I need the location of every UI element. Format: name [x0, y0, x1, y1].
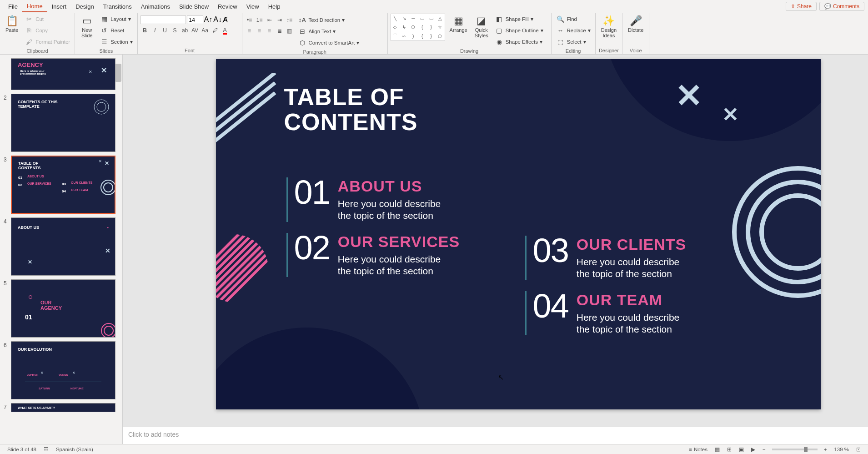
zoom-slider[interactable] — [772, 449, 818, 450]
slide-canvas-wrap[interactable]: ✕ ✕ TABLE OF CONTENTS 01 ABOUT US Here — [123, 55, 868, 427]
design-ideas-button[interactable]: ✨Design Ideas — [598, 14, 619, 39]
dictate-button[interactable]: 🎤Dictate — [625, 14, 646, 34]
slide-thumbnail-7[interactable]: WHAT SETS US APART? — [11, 403, 115, 412]
zoom-in-button[interactable]: + — [820, 447, 831, 452]
menu-home[interactable]: Home — [22, 1, 47, 12]
shapes-gallery[interactable]: ╲↘─▭▭△ ◇↳⬡{}☆ ⌒⤺){}⬠ — [391, 14, 445, 41]
shape-outline-button[interactable]: ▢Shape Outline ▾ — [493, 25, 545, 36]
underline-button[interactable]: U — [161, 26, 170, 35]
toc-item-4[interactable]: 04 OUR TEAM Here you could describe the … — [525, 291, 687, 336]
format-painter-button[interactable]: 🖌Format Painter — [23, 36, 72, 47]
align-right-button[interactable]: ≡ — [265, 26, 274, 35]
menu-slideshow[interactable]: Slide Show — [175, 1, 213, 12]
arrange-button[interactable]: ▦Arrange — [447, 14, 470, 34]
reset-button[interactable]: ↺Reset — [98, 25, 134, 36]
share-button[interactable]: ⇪Share — [786, 2, 817, 11]
menu-transitions[interactable]: Transitions — [99, 1, 136, 12]
text-direction-button[interactable]: ↕AText Direction ▾ — [296, 15, 361, 25]
align-center-button[interactable]: ≡ — [255, 26, 264, 35]
font-size-input[interactable] — [187, 15, 203, 24]
menu-view[interactable]: View — [242, 1, 264, 12]
slide-thumbnail-6[interactable]: OUR EVOLUTION JUPITER VENUS SATURN NEPTU… — [11, 341, 115, 399]
spacing-button[interactable]: AV — [191, 26, 200, 35]
toc-item-3[interactable]: 03 OUR CLIENTS Here you could describe t… — [525, 236, 687, 280]
slide-title[interactable]: TABLE OF CONTENTS — [284, 85, 418, 134]
zoom-slider-handle[interactable] — [804, 447, 808, 452]
menu-animations[interactable]: Animations — [136, 1, 175, 12]
clear-format-icon[interactable]: A̸ — [223, 15, 228, 24]
sorter-view-button[interactable]: ⊞ — [723, 446, 735, 453]
comments-button[interactable]: 💬Comments — [819, 2, 864, 11]
strike-button[interactable]: S — [171, 26, 180, 35]
status-bar: Slide 3 of 48 ☶ Spanish (Spain) ≡Notes ▦… — [0, 444, 868, 454]
select-button[interactable]: ⬚Select ▾ — [554, 36, 592, 47]
slide-thumbnail-2[interactable]: CONTENTS OF THIS TEMPLATE — [11, 94, 115, 152]
normal-view-button[interactable]: ▦ — [711, 446, 723, 453]
new-slide-button[interactable]: ▭ New Slide — [78, 14, 96, 39]
shape-effects-button[interactable]: ◉Shape Effects ▾ — [493, 36, 545, 47]
find-button[interactable]: 🔍Find — [554, 14, 592, 25]
thumb-number: 3 — [4, 156, 11, 214]
smartart-button[interactable]: ⬡Convert to SmartArt ▾ — [296, 37, 361, 48]
thumb-row[interactable]: 4 ABOUT US ✕ ✕ ● — [0, 216, 122, 277]
align-text-button[interactable]: ⊟Align Text ▾ — [296, 26, 361, 37]
indent-button[interactable]: ⇥ — [275, 15, 284, 25]
rings-icon — [730, 164, 821, 300]
slide-thumbnail-5[interactable]: OUR AGENCY 01 — [11, 279, 115, 338]
section-button[interactable]: ☰Section ▾ — [98, 36, 134, 47]
align-left-button[interactable]: ≡ — [245, 26, 254, 35]
thumb-row[interactable]: 2 CONTENTS OF THIS TEMPLATE — [0, 92, 122, 154]
toc-item-2[interactable]: 02 OUR SERVICES Here you could describe … — [286, 233, 460, 277]
increase-font-icon[interactable]: A↑ — [204, 15, 213, 24]
thumb-row[interactable]: 6 OUR EVOLUTION JUPITER VENUS SATURN NEP… — [0, 339, 122, 401]
numbering-button[interactable]: 1≡ — [255, 15, 264, 25]
highlight-button[interactable]: 🖍 — [211, 26, 220, 35]
thumb-row[interactable]: 5 OUR AGENCY 01 — [0, 277, 122, 339]
toc-item-1[interactable]: 01 ABOUT US Here you could describe the … — [286, 177, 460, 222]
notes-pane[interactable]: Click to add notes — [123, 427, 868, 444]
menu-review[interactable]: Review — [213, 1, 242, 12]
quick-styles-button[interactable]: ◪Quick Styles — [472, 14, 491, 39]
outdent-button[interactable]: ⇤ — [265, 15, 274, 25]
justify-button[interactable]: ≣ — [275, 26, 284, 35]
font-name-input[interactable] — [140, 15, 186, 24]
bold-button[interactable]: B — [140, 26, 150, 35]
slide-thumbnail-4[interactable]: ABOUT US ✕ ✕ ● — [11, 217, 115, 276]
ribbon: 📋 Paste ✂Cut ⎘Copy 🖌Format Painter Clipb… — [0, 13, 868, 55]
menu-design[interactable]: Design — [71, 1, 98, 12]
accessibility-icon[interactable]: ☶ — [40, 446, 52, 453]
chevron-down-icon: ▾ — [541, 27, 543, 34]
slide-thumbnail-1[interactable]: AGENCY Here is where your presentation b… — [11, 58, 115, 90]
slide-thumbnail-3[interactable]: TABLE OF CONTENTS 01 ABOUT US 02 OUR SER… — [11, 156, 115, 214]
bullets-button[interactable]: •≡ — [245, 15, 254, 25]
copy-button[interactable]: ⎘Copy — [23, 25, 72, 36]
thumbnail-panel[interactable]: AGENCY Here is where your presentation b… — [0, 55, 123, 444]
font-color-button[interactable]: A — [221, 26, 230, 35]
slide-canvas[interactable]: ✕ ✕ TABLE OF CONTENTS 01 ABOUT US Here — [216, 59, 821, 409]
thumb-row[interactable]: AGENCY Here is where your presentation b… — [0, 56, 122, 92]
thumbnail-scrollbar[interactable] — [115, 64, 121, 82]
language-status[interactable]: Spanish (Spain) — [52, 447, 97, 452]
menu-help[interactable]: Help — [264, 1, 285, 12]
slideshow-view-button[interactable]: ▶ — [748, 446, 759, 453]
decrease-font-icon[interactable]: A↓ — [213, 15, 222, 24]
paste-button[interactable]: 📋 Paste — [3, 14, 21, 34]
menu-insert[interactable]: Insert — [47, 1, 71, 12]
italic-button[interactable]: I — [151, 26, 160, 35]
linespacing-button[interactable]: ↕≡ — [285, 15, 294, 25]
layout-button[interactable]: ▦Layout ▾ — [98, 14, 134, 25]
reading-view-button[interactable]: ▣ — [735, 446, 748, 453]
thumb-row[interactable]: 3 TABLE OF CONTENTS 01 ABOUT US 02 OUR S… — [0, 154, 122, 216]
shadow-button[interactable]: ab — [181, 26, 190, 35]
columns-button[interactable]: ▥ — [285, 26, 294, 35]
shape-fill-button[interactable]: ◧Shape Fill ▾ — [493, 14, 545, 25]
cut-button[interactable]: ✂Cut — [23, 14, 72, 25]
case-button[interactable]: Aa — [201, 26, 210, 35]
menu-file[interactable]: File — [4, 1, 22, 12]
fit-to-window-button[interactable]: ⊡ — [853, 446, 864, 453]
zoom-out-button[interactable]: − — [759, 447, 769, 452]
notes-toggle[interactable]: ≡Notes — [685, 447, 711, 452]
zoom-level[interactable]: 139 % — [830, 447, 853, 452]
replace-button[interactable]: ↔Replace ▾ — [554, 25, 592, 36]
thumb-row[interactable]: 7 WHAT SETS US APART? — [0, 401, 122, 414]
